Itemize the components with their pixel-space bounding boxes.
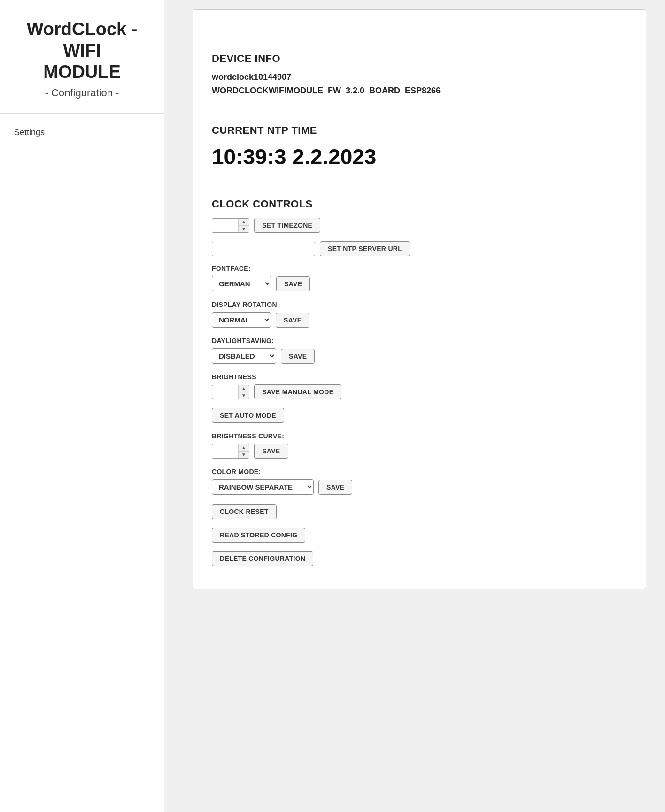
brightness-input[interactable]: 10-2 xyxy=(212,385,238,398)
brightness-group: BRIGHTNESS 10-2 ▲ ▼ SAVE MANUAL MODE SET… xyxy=(212,373,627,423)
daylightsaving-label: DAYLIGHTSAVING: xyxy=(212,337,627,345)
brightness-curve-down-arrow[interactable]: ▼ xyxy=(239,452,249,458)
sidebar-item-settings[interactable]: Settings xyxy=(14,128,150,138)
set-timezone-button[interactable]: SET TIMEZONE xyxy=(254,218,320,233)
read-stored-config-button[interactable]: READ STORED CONFIG xyxy=(212,528,305,543)
timezone-arrows: ▲ ▼ xyxy=(238,219,249,232)
fontface-row: GERMAN SAVE xyxy=(212,276,627,291)
daylightsaving-select[interactable]: DISBALED xyxy=(212,348,276,364)
display-rotation-row: NORMAL SAVE xyxy=(212,312,627,328)
brightness-curve-label: BRIGHTNESS CURVE: xyxy=(212,432,627,440)
display-rotation-label: DISPLAY ROTATION: xyxy=(212,301,627,308)
brightness-down-arrow[interactable]: ▼ xyxy=(239,392,249,399)
delete-config-row: DELETE CONFIGURATION xyxy=(212,551,627,566)
main-content: DEVICE INFO wordclock10144907 WORDCLOCKW… xyxy=(164,0,665,812)
app-title: WordCLock - WIFI MODULE xyxy=(14,19,150,83)
display-rotation-group: DISPLAY ROTATION: NORMAL SAVE xyxy=(212,301,627,328)
brightness-up-arrow[interactable]: ▲ xyxy=(239,385,249,392)
brightness-spinner[interactable]: 10-2 ▲ ▼ xyxy=(212,385,249,399)
firmware-id: WORDCLOCKWIFIMODULE_FW_3.2.0_BOARD_ESP82… xyxy=(212,86,627,96)
brightness-curve-row: 0=LI ▲ ▼ SAVE xyxy=(212,444,627,459)
ntp-time-display: 10:39:3 2.2.2023 xyxy=(212,144,627,169)
device-info-title: DEVICE INFO xyxy=(212,53,627,65)
clock-reset-button[interactable]: CLOCK RESET xyxy=(212,504,277,519)
brightness-arrows: ▲ ▼ xyxy=(238,385,249,399)
brightness-curve-up-arrow[interactable]: ▲ xyxy=(239,444,249,452)
ntp-server-input[interactable]: pool.ntp.org xyxy=(212,242,315,256)
content-card: DEVICE INFO wordclock10144907 WORDCLOCKW… xyxy=(193,9,646,589)
divider-mid xyxy=(212,110,627,110)
device-id: wordclock10144907 xyxy=(212,72,627,82)
set-ntp-button[interactable]: SET NTP SERVER URL xyxy=(320,241,410,256)
sidebar: WordCLock - WIFI MODULE - Configuration … xyxy=(0,0,164,812)
fontface-select[interactable]: GERMAN xyxy=(212,276,271,291)
color-mode-group: COLOR MODE: RAINBOW SEPARATE SAVE xyxy=(212,468,627,495)
color-mode-label: COLOR MODE: xyxy=(212,468,627,475)
app-subtitle: - Configuration - xyxy=(14,87,150,99)
ntp-section-title: CURRENT NTP TIME xyxy=(212,124,627,137)
display-rotation-select[interactable]: NORMAL xyxy=(212,312,271,328)
set-auto-mode-button[interactable]: SET AUTO MODE xyxy=(212,408,284,423)
save-manual-mode-button[interactable]: SAVE MANUAL MODE xyxy=(254,384,341,399)
fontface-label: FONTFACE: xyxy=(212,265,627,272)
sidebar-header: WordCLock - WIFI MODULE - Configuration … xyxy=(0,0,164,114)
color-mode-row: RAINBOW SEPARATE SAVE xyxy=(212,479,627,495)
daylightsaving-group: DAYLIGHTSAVING: DISBALED SAVE xyxy=(212,337,627,364)
daylightsaving-save-button[interactable]: SAVE xyxy=(281,349,315,364)
divider-top xyxy=(212,38,627,38)
sidebar-nav: Settings xyxy=(0,114,164,152)
read-stored-config-row: READ STORED CONFIG xyxy=(212,528,627,543)
fontface-save-button[interactable]: SAVE xyxy=(276,276,310,291)
brightness-row: 10-2 ▲ ▼ SAVE MANUAL MODE xyxy=(212,384,627,399)
fontface-group: FONTFACE: GERMAN SAVE xyxy=(212,265,627,291)
timezone-input[interactable]: 1 xyxy=(212,219,238,232)
rotation-save-button[interactable]: SAVE xyxy=(276,313,309,328)
color-mode-save-button[interactable]: SAVE xyxy=(318,480,352,495)
brightness-curve-input[interactable]: 0=LI xyxy=(212,444,238,458)
brightness-curve-save-button[interactable]: SAVE xyxy=(254,444,288,459)
clock-controls-title: CLOCK CONTROLS xyxy=(212,198,627,210)
divider-controls xyxy=(212,184,627,184)
brightness-curve-spinner[interactable]: 0=LI ▲ ▼ xyxy=(212,444,249,459)
delete-configuration-button[interactable]: DELETE CONFIGURATION xyxy=(212,551,313,566)
brightness-curve-arrows: ▲ ▼ xyxy=(238,444,249,458)
color-mode-select[interactable]: RAINBOW SEPARATE xyxy=(212,479,314,495)
timezone-row: 1 ▲ ▼ SET TIMEZONE xyxy=(212,218,627,233)
timezone-up-arrow[interactable]: ▲ xyxy=(239,219,249,226)
clock-reset-row: CLOCK RESET xyxy=(212,504,627,519)
timezone-spinner[interactable]: 1 ▲ ▼ xyxy=(212,218,249,233)
timezone-down-arrow[interactable]: ▼ xyxy=(239,226,249,232)
auto-mode-row: SET AUTO MODE xyxy=(212,408,627,423)
brightness-curve-group: BRIGHTNESS CURVE: 0=LI ▲ ▼ SAVE xyxy=(212,432,627,459)
brightness-label: BRIGHTNESS xyxy=(212,373,627,381)
daylightsaving-row: DISBALED SAVE xyxy=(212,348,627,364)
ntp-server-row: pool.ntp.org SET NTP SERVER URL xyxy=(212,241,627,256)
